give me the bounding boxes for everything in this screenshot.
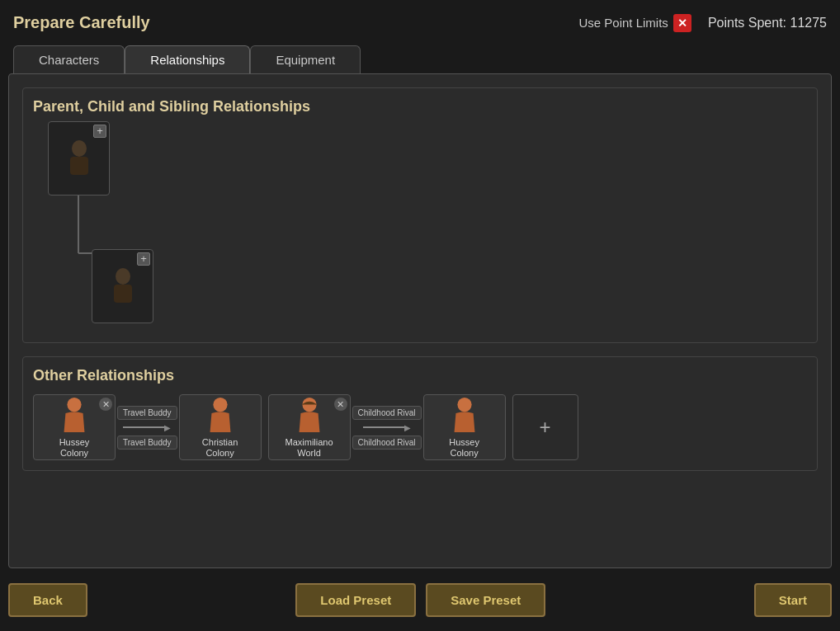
char-card-christian[interactable]: ChristianColony bbox=[179, 394, 262, 460]
other-relationships-title: Other Relationships bbox=[33, 367, 807, 384]
parent-node-1[interactable]: + bbox=[48, 121, 110, 195]
header-right: Use Point Limits ✕ Points Spent: 11275 bbox=[579, 14, 828, 32]
add-icon: + bbox=[540, 416, 551, 439]
add-relationship-button[interactable]: + bbox=[512, 394, 578, 460]
parent-node-2[interactable]: + bbox=[92, 249, 153, 323]
char-avatar-christian bbox=[205, 396, 236, 434]
parent-avatar-1 bbox=[64, 139, 95, 178]
svg-rect-6 bbox=[114, 285, 132, 303]
start-button[interactable]: Start bbox=[754, 583, 832, 617]
arrow-label-top-2: Childhood Rival bbox=[352, 406, 422, 420]
remove-maximiliano[interactable]: ✕ bbox=[334, 398, 347, 411]
char-name-hussey-2: HusseyColony bbox=[449, 437, 479, 459]
relationship-pair-2: ✕ MaximilianoWorld Childhood Rival ▶ bbox=[268, 394, 506, 460]
char-card-hussey-1[interactable]: ✕ HusseyColony bbox=[33, 394, 116, 460]
app-title: Prepare Carefully bbox=[13, 13, 150, 32]
tab-characters[interactable]: Characters bbox=[13, 45, 125, 73]
char-card-maximiliano[interactable]: ✕ MaximilianoWorld bbox=[268, 394, 351, 460]
svg-point-8 bbox=[213, 398, 227, 412]
arrow-label-top-1: Travel Buddy bbox=[117, 406, 177, 420]
arrow-label-bottom-1: Travel Buddy bbox=[117, 436, 177, 450]
arrow-1: Travel Buddy ▶ Travel Buddy bbox=[117, 406, 177, 450]
relationship-pair-1: ✕ HusseyColony Travel Buddy ▶ Travel Bud… bbox=[33, 394, 262, 460]
char-name-hussey-1: HusseyColony bbox=[59, 437, 90, 459]
svg-point-7 bbox=[67, 398, 81, 412]
parent-child-section: Parent, Child and Sibling Relationships … bbox=[22, 87, 818, 343]
other-relationships-items: ✕ HusseyColony Travel Buddy ▶ Travel Bud… bbox=[33, 394, 807, 460]
add-parent-node-2[interactable]: + bbox=[137, 252, 150, 266]
main-content: Parent, Child and Sibling Relationships … bbox=[8, 73, 832, 568]
parent-avatar-2 bbox=[107, 266, 139, 306]
char-card-hussey-2[interactable]: HusseyColony bbox=[423, 394, 506, 460]
tab-relationships[interactable]: Relationships bbox=[125, 45, 250, 73]
tabs: Characters Relationships Equipment bbox=[0, 45, 840, 73]
remove-hussey-1[interactable]: ✕ bbox=[99, 398, 112, 411]
tab-equipment[interactable]: Equipment bbox=[250, 45, 361, 73]
preset-buttons: Load Preset Save Preset bbox=[295, 583, 545, 617]
char-avatar-maximiliano bbox=[294, 396, 325, 434]
save-preset-button[interactable]: Save Preset bbox=[426, 583, 545, 617]
bottom-bar: Back Load Preset Save Preset Start bbox=[0, 577, 840, 624]
points-spent: Points Spent: 11275 bbox=[708, 16, 827, 31]
header: Prepare Carefully Use Point Limits ✕ Poi… bbox=[0, 0, 840, 45]
svg-point-0 bbox=[72, 140, 87, 157]
use-point-limits-label: Use Point Limits bbox=[579, 16, 668, 30]
load-preset-button[interactable]: Load Preset bbox=[295, 583, 416, 617]
svg-rect-1 bbox=[70, 157, 88, 175]
use-point-limits-toggle[interactable]: ✕ bbox=[673, 14, 691, 32]
svg-point-5 bbox=[116, 268, 130, 285]
other-relationships-section: Other Relationships ✕ HusseyColony Trave… bbox=[22, 356, 818, 471]
arrow-label-bottom-2: Childhood Rival bbox=[352, 436, 422, 450]
use-point-limits-container: Use Point Limits ✕ bbox=[579, 14, 691, 32]
char-name-maximiliano: MaximilianoWorld bbox=[286, 437, 333, 459]
points-spent-value: 11275 bbox=[790, 16, 828, 30]
add-parent-node-1[interactable]: + bbox=[93, 125, 106, 138]
svg-point-10 bbox=[457, 398, 471, 412]
char-avatar-hussey-1 bbox=[59, 396, 90, 434]
back-button[interactable]: Back bbox=[8, 583, 87, 617]
arrow-2: Childhood Rival ▶ Childhood Rival bbox=[352, 406, 422, 450]
char-avatar-hussey-2 bbox=[449, 396, 480, 434]
points-spent-label: Points Spent: bbox=[708, 16, 786, 30]
parent-child-title: Parent, Child and Sibling Relationships bbox=[33, 98, 807, 115]
char-name-christian: ChristianColony bbox=[202, 437, 238, 459]
